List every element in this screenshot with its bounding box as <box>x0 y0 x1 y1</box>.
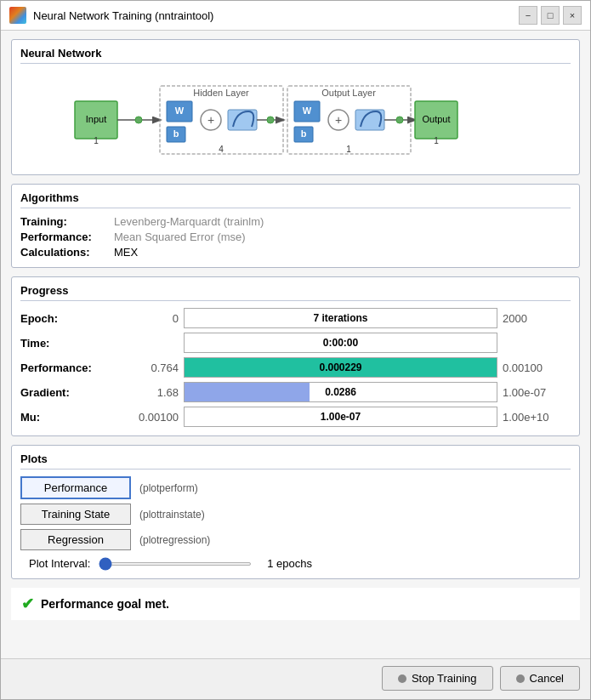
svg-point-4 <box>135 117 142 123</box>
epoch-bar-text: 7 iterations <box>313 312 367 324</box>
svg-text:Hidden Layer: Hidden Layer <box>193 88 249 98</box>
goal-text: Performance goal met. <box>41 597 169 611</box>
regression-plot-fn: (plotregression) <box>139 534 210 546</box>
plot-interval-label: Plot Interval: <box>29 557 90 570</box>
performance-prog-label: Performance: <box>20 361 105 374</box>
mu-bar: 1.00e-07 <box>184 407 497 427</box>
svg-text:1: 1 <box>94 136 99 145</box>
time-label: Time: <box>20 337 105 350</box>
svg-text:+: + <box>334 113 341 127</box>
algorithms-title: Algorithms <box>20 191 571 208</box>
mu-left-val: 0.00100 <box>111 411 179 424</box>
gradient-right-val: 1.00e-07 <box>503 386 571 399</box>
window-title: Neural Network Training (nntraintool) <box>33 9 213 22</box>
epoch-bar: 7 iterations <box>184 308 497 328</box>
performance-bar-text: 0.000229 <box>319 361 361 373</box>
performance-algo-label: Performance: <box>20 230 114 243</box>
svg-text:Output: Output <box>422 114 450 124</box>
performance-algo-value: Mean Squared Error (mse) <box>114 230 571 243</box>
gradient-left-val: 1.68 <box>111 386 179 399</box>
progress-grid: Epoch: 0 7 iterations 2000 Time: 0:00:00… <box>20 308 571 427</box>
titlebar: Neural Network Training (nntraintool) − … <box>1 1 590 31</box>
main-window: Neural Network Training (nntraintool) − … <box>0 0 591 700</box>
titlebar-left: Neural Network Training (nntraintool) <box>9 7 213 24</box>
gradient-bar: 0.0286 <box>184 382 497 402</box>
svg-text:Input: Input <box>85 114 105 124</box>
cancel-dot-icon <box>516 674 525 683</box>
performance-left-val: 0.764 <box>111 361 179 374</box>
plot-interval-slider[interactable] <box>99 562 252 566</box>
training-value: Levenberg-Marquardt (trainlm) <box>114 215 571 228</box>
svg-text:W: W <box>302 105 311 116</box>
stop-dot-icon <box>398 674 406 683</box>
cancel-button[interactable]: Cancel <box>500 666 580 691</box>
neural-network-title: Neural Network <box>20 47 571 64</box>
svg-text:W: W <box>174 105 184 116</box>
cancel-label: Cancel <box>530 672 564 685</box>
svg-text:1: 1 <box>434 136 439 145</box>
mu-bar-text: 1.00e-07 <box>321 411 361 423</box>
algorithms-section: Algorithms Training: Levenberg-Marquardt… <box>11 184 580 268</box>
calculations-label: Calculations: <box>20 246 114 259</box>
plot-interval-value: 1 epochs <box>267 557 312 570</box>
gradient-bar-fill <box>185 383 310 401</box>
plot-row-training-state: Training State (plottrainstate) <box>20 504 571 525</box>
training-state-plot-button[interactable]: Training State <box>20 504 131 525</box>
minimize-button[interactable]: − <box>519 6 537 25</box>
gradient-bar-text: 0.0286 <box>325 386 356 398</box>
plot-row-regression: Regression (plotregression) <box>20 529 571 550</box>
training-state-plot-fn: (plottrainstate) <box>139 509 205 521</box>
regression-plot-button[interactable]: Regression <box>20 529 131 550</box>
mu-right-val: 1.00e+10 <box>503 411 571 424</box>
goal-row: ✔ Performance goal met. <box>11 588 580 620</box>
svg-point-16 <box>267 117 274 123</box>
epoch-right-val: 2000 <box>503 312 571 325</box>
nn-diagram-svg: Input 1 Hidden Layer W b <box>58 77 534 162</box>
performance-plot-button[interactable]: Performance <box>20 476 131 499</box>
progress-title: Progress <box>20 284 571 301</box>
mu-label: Mu: <box>20 411 105 424</box>
training-label: Training: <box>20 215 114 228</box>
titlebar-controls: − □ × <box>519 6 582 25</box>
svg-point-28 <box>396 117 403 123</box>
plots-section: Plots Performance (plotperform) Training… <box>11 445 580 579</box>
epoch-left-val: 0 <box>111 312 179 325</box>
performance-plot-fn: (plotperform) <box>139 482 198 494</box>
svg-text:b: b <box>300 128 306 139</box>
content-area: Neural Network Input 1 Hidden Layer W <box>1 31 590 658</box>
gradient-label: Gradient: <box>20 386 105 399</box>
svg-text:b: b <box>173 128 179 139</box>
progress-section: Progress Epoch: 0 7 iterations 2000 Time… <box>11 276 580 436</box>
check-icon: ✔ <box>21 595 34 613</box>
plot-buttons: Performance (plotperform) Training State… <box>20 476 571 550</box>
svg-text:+: + <box>207 113 213 127</box>
close-button[interactable]: × <box>563 6 582 25</box>
matlab-icon <box>9 7 26 24</box>
slider-container <box>99 562 252 566</box>
stop-training-button[interactable]: Stop Training <box>382 666 493 691</box>
calculations-value: MEX <box>114 246 571 259</box>
maximize-button[interactable]: □ <box>541 6 560 25</box>
svg-text:4: 4 <box>219 145 224 154</box>
stop-training-label: Stop Training <box>412 672 477 685</box>
performance-bar: 0.000229 <box>184 357 497 378</box>
plots-title: Plots <box>20 452 571 470</box>
performance-right-val: 0.00100 <box>503 361 571 374</box>
time-bar-text: 0:00:00 <box>323 337 358 349</box>
svg-text:1: 1 <box>346 145 351 154</box>
neural-network-section: Neural Network Input 1 Hidden Layer W <box>11 39 580 175</box>
footer: Stop Training Cancel <box>1 658 590 699</box>
svg-text:Output Layer: Output Layer <box>321 88 376 98</box>
neural-network-diagram: Input 1 Hidden Layer W b <box>20 71 571 166</box>
plot-interval-row: Plot Interval: 1 epochs <box>20 557 571 570</box>
algorithms-grid: Training: Levenberg-Marquardt (trainlm) … <box>20 215 571 259</box>
time-bar: 0:00:00 <box>184 333 497 353</box>
plot-row-performance: Performance (plotperform) <box>20 476 571 499</box>
epoch-label: Epoch: <box>20 312 105 325</box>
